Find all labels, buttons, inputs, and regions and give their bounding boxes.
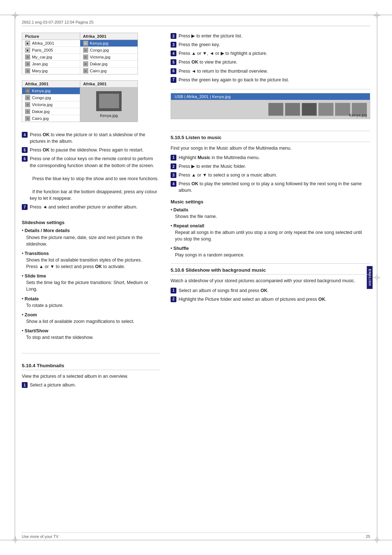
page-border-left	[15, 15, 15, 540]
fb1-cell-2-2: ⊙Congo.jpg	[80, 47, 138, 53]
setting-desc-details: Shows the picture name, date, size and n…	[26, 234, 160, 247]
step-num-5: 5	[22, 147, 28, 153]
slideshow-bg-step-1: 1 Select an album of songs first and pre…	[171, 287, 370, 294]
thumbnail-viewer: USB | Afrika_2001 | Kenya.jpg Kenya.jpg	[171, 93, 370, 119]
setting-desc-zoom: Show a list of available zoom magnificat…	[26, 318, 160, 325]
step-text-7: Press ◄ and select another picture or an…	[30, 204, 138, 210]
right-step-num-4: 4	[171, 50, 176, 56]
slideshow-bg-heading: 5.10.6 Slideshow with background music	[171, 267, 370, 275]
listen-step-1: 1 Highlight Music in the Multimedia menu…	[171, 154, 370, 161]
fb1-cell-5-2: ⊙Cairo.jpg	[80, 68, 138, 74]
file-browser-1: Picture Afrika_2001 ■Afrika_2001 ⊙Kenya.…	[22, 33, 138, 74]
right-step-num-3: 3	[171, 42, 176, 48]
music-setting-details: • Details Shows the file name.	[171, 207, 370, 220]
file-browser-2: Afrika_2001 ⊙Kenya.jpg ⊙Congo.jpg ⊙Victo…	[22, 80, 138, 122]
left-column: Picture Afrika_2001 ■Afrika_2001 ⊙Kenya.…	[22, 33, 160, 533]
setting-bullet-rotate: • Rotate	[22, 296, 160, 302]
crosshair-bottom-right	[373, 536, 380, 543]
thumb-5	[335, 103, 350, 116]
setting-bullet-transitions: • Transitions	[22, 250, 160, 257]
slideshow-bg-step-text-2: Highlight the Picture folder and select …	[179, 296, 326, 303]
step-text-6: Press one of the colour keys on the remo…	[30, 155, 160, 202]
listen-step-text-2: Press ▶ to enter the Music folder.	[179, 163, 246, 170]
preview-image	[99, 94, 119, 108]
slideshow-settings-title: Slideshow settings	[22, 220, 160, 225]
right-step-2: 2 Press ▶ to enter the picture list.	[171, 33, 370, 39]
fb2-list: Afrika_2001 ⊙Kenya.jpg ⊙Congo.jpg ⊙Victo…	[22, 81, 80, 122]
page-border-top	[0, 15, 392, 15]
fb1-row-1: ■Afrika_2001 ⊙Kenya.jpg	[22, 40, 138, 47]
right-step-text-7: Press the green key again to go back to …	[179, 77, 289, 83]
crosshair-bottom-left	[12, 536, 19, 543]
lang-tab-container: ENGLISH	[374, 73, 392, 482]
right-step-num-6: 6	[171, 68, 176, 74]
thumb-label: Kenya.jpg	[349, 113, 367, 117]
preview-filename: Kenya.jpg	[99, 113, 119, 118]
listen-step-text-3: Press ▲ or ▼ to select a song or a music…	[179, 172, 277, 178]
right-step-5: 5 Press OK to view the picture.	[171, 59, 370, 65]
right-step-text-5: Press OK to view the picture.	[179, 59, 237, 65]
right-step-text-2: Press ▶ to enter the picture list.	[179, 33, 242, 39]
thumb-1	[268, 103, 283, 116]
thumbnails-step-num-1: 1	[22, 382, 28, 388]
setting-rotate: • Rotate To rotate a picture.	[22, 296, 160, 309]
setting-bullet-details: • Details / More details	[22, 227, 160, 234]
folder-icon-2: ■	[25, 48, 30, 53]
setting-bullet-slide-time: • Slide time	[22, 273, 160, 279]
step-7: 7 Press ◄ and select another picture or …	[22, 204, 160, 210]
thumbnails-intro: View the pictures of a selected album in…	[22, 373, 160, 380]
listen-step-text-4: Press OK to play the selected song or to…	[179, 181, 370, 194]
crosshair-top-right	[373, 12, 380, 19]
setting-zoom: • Zoom Show a list of available zoom mag…	[22, 312, 160, 325]
listen-step-text-1: Highlight Music in the Multimedia menu.	[179, 154, 260, 161]
slideshow-bg-step-2: 2 Highlight the Picture folder and selec…	[171, 296, 370, 303]
slideshow-settings: Slideshow settings • Details / More deta…	[22, 220, 160, 344]
fb2-preview-area: Kenya.jpg	[80, 88, 138, 122]
step-text-4: Press OK to view the picture or to start…	[30, 131, 160, 145]
main-content: Picture Afrika_2001 ■Afrika_2001 ⊙Kenya.…	[22, 33, 370, 533]
fb1-header: Picture Afrika_2001	[22, 33, 138, 40]
img-icon-4a: ⊙	[25, 61, 30, 66]
fb1-cell-3-2: ⊙Victoria.jpg	[80, 54, 138, 60]
slideshow-bg-step-num-2: 2	[171, 296, 176, 302]
fb1-cell-1-2: ⊙Kenya.jpg	[80, 40, 138, 46]
setting-slide-time: • Slide time Sets the time lag for the p…	[22, 273, 160, 292]
crosshair-top-left	[12, 12, 19, 19]
divider-slideshow-bg	[171, 263, 370, 264]
right-step-7: 7 Press the green key again to go back t…	[171, 77, 370, 83]
listen-step-num-4: 4	[171, 181, 176, 187]
thumb-grid: Kenya.jpg	[171, 100, 370, 119]
right-step-4: 4 Press ▲ or ▼, ◄ or ▶ to highlight a pi…	[171, 50, 370, 57]
fb2-row-1: ⊙Kenya.jpg	[22, 88, 80, 94]
step-text-5: Press OK to pause the slideshow. Press a…	[30, 147, 143, 153]
fb1-row-4: ⊙Jean.jpg ⊙Dakar.jpg	[22, 61, 138, 68]
listen-step-2: 2 Press ▶ to enter the Music folder.	[171, 163, 370, 170]
fb2-preview-header: Afrika_2001	[80, 81, 138, 88]
img-icon-3b: ⊙	[83, 54, 88, 60]
listen-step-num-3: 3	[171, 172, 176, 178]
thumbnails-section: 5.10.4 Thumbnails View the pictures of a…	[22, 363, 160, 390]
fb1-cell-2-1: ■Paris_2005	[22, 47, 80, 53]
setting-bullet-start: • Start/Show	[22, 328, 160, 334]
music-settings-title: Music settings	[171, 199, 370, 204]
thumbnails-heading: 5.10.4 Thumbnails	[22, 363, 160, 370]
slideshow-bg-step-num-1: 1	[171, 288, 176, 293]
slideshow-bg-intro: Watch a slideshow of your stored picture…	[171, 278, 370, 284]
fb2-row-4: ⊙Dakar.jpg	[22, 108, 80, 115]
img-icon-4b: ⊙	[83, 61, 88, 66]
fb1-row-5: ⊙Mary.jpg ⊙Cairo.jpg	[22, 68, 138, 74]
img-icon-1: ⊙	[83, 41, 88, 46]
fb1-row-2: ■Paris_2005 ⊙Congo.jpg	[22, 47, 138, 54]
thumb-3	[302, 103, 317, 116]
step-4: 4 Press OK to view the picture or to sta…	[22, 131, 160, 145]
fb1-cell-4-2: ⊙Dakar.jpg	[80, 61, 138, 67]
folder-icon-1: ■	[25, 41, 30, 46]
listen-step-num-1: 1	[171, 155, 176, 161]
img-icon-3a: ⊙	[25, 54, 30, 60]
fb2-preview: Afrika_2001 Kenya.jpg	[80, 81, 138, 122]
right-step-3: 3 Press the green key.	[171, 41, 370, 48]
fb1-col1-header: Picture	[22, 33, 80, 40]
fb2-img-icon-2: ⊙	[25, 95, 30, 100]
fb2-img-icon-5: ⊙	[25, 116, 30, 121]
right-step-num-7: 7	[171, 77, 176, 83]
